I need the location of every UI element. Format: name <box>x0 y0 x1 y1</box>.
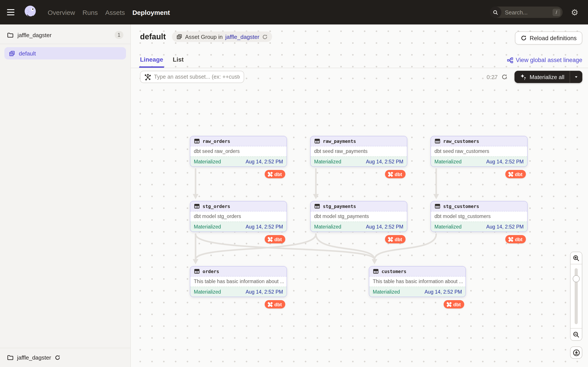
asset-node-footer: Materialized Aug 14, 2:52 PM <box>190 156 286 167</box>
search-input[interactable] <box>501 9 553 16</box>
graph-lineage-icon <box>507 57 513 63</box>
dbt-logo-icon <box>388 237 393 242</box>
asset-node-header: customers <box>369 267 466 276</box>
materialize-all-button-group: Materialize all <box>514 71 582 83</box>
zoom-in-icon <box>573 254 580 261</box>
asset-node[interactable]: stg_orders dbt model stg_orders Material… <box>190 201 287 232</box>
sidebar-item-default[interactable]: default <box>4 47 126 59</box>
global-search[interactable]: / <box>490 7 563 18</box>
folder-icon <box>7 354 14 361</box>
table-icon <box>194 138 200 144</box>
search-icon <box>490 7 501 18</box>
view-global-asset-lineage-link[interactable]: View global asset lineage <box>507 57 582 63</box>
asset-description: This table has basic information about .… <box>369 276 466 287</box>
asset-description: dbt seed raw_payments <box>311 146 407 156</box>
table-icon <box>373 268 379 274</box>
dbt-logo-icon <box>267 171 273 177</box>
breadcrumb-repo-link[interactable]: jaffle_dagster <box>225 33 259 40</box>
asset-node[interactable]: stg_payments dbt model stg_payments Mate… <box>310 201 407 232</box>
dagster-logo[interactable] <box>23 5 38 20</box>
breadcrumb: Asset Group in jaffle_dagster <box>172 32 272 42</box>
download-image-button[interactable] <box>570 346 582 359</box>
footer-repo-label: jaffle_dagster <box>17 354 51 361</box>
download-icon <box>572 349 580 356</box>
status-label: Materialized <box>194 289 221 294</box>
materialization-timestamp[interactable]: Aug 14, 2:52 PM <box>424 289 462 294</box>
materialization-timestamp[interactable]: Aug 14, 2:52 PM <box>366 159 403 164</box>
asset-node-footer: Materialized Aug 14, 2:52 PM <box>431 156 527 167</box>
asset-node-header: stg_customers <box>431 201 527 211</box>
hamburger-menu-icon[interactable] <box>7 7 17 17</box>
nav-item-assets[interactable]: Assets <box>105 8 125 16</box>
asset-subset-input[interactable] <box>154 74 240 80</box>
lineage-canvas[interactable]: 0:27 Materialize all <box>131 68 588 367</box>
zoom-out-button[interactable] <box>571 328 582 340</box>
asset-count-badge: 1 <box>115 31 123 39</box>
main-panel: default Asset Group in jaffle_dagster Re… <box>131 25 588 367</box>
asset-node[interactable]: orders This table has basic information … <box>190 266 287 297</box>
materialize-options-dropdown[interactable] <box>570 71 582 83</box>
dbt-logo-icon <box>508 171 513 177</box>
status-label: Materialized <box>434 159 462 164</box>
materialization-timestamp[interactable]: Aug 14, 2:52 PM <box>246 224 283 229</box>
asset-description: dbt model stg_customers <box>431 211 527 222</box>
asset-node-footer: Materialized Aug 14, 2:52 PM <box>311 222 407 232</box>
nav-links: Overview Runs Assets Deployment <box>48 8 170 16</box>
materialization-timestamp[interactable]: Aug 14, 2:52 PM <box>246 159 283 164</box>
asset-node[interactable]: raw_customers dbt seed raw_customers Mat… <box>431 136 528 167</box>
dbt-badge[interactable]: dbt <box>505 170 526 178</box>
zoom-panel <box>570 252 582 359</box>
sidebar: jaffle_dagster 1 default jaffle_dagster <box>0 25 131 367</box>
sidebar-group-jaffle-dagster[interactable]: jaffle_dagster 1 <box>0 26 130 44</box>
refresh-icon[interactable] <box>262 34 268 40</box>
gear-icon[interactable]: ⚙ <box>571 8 578 17</box>
materialization-timestamp[interactable]: Aug 14, 2:52 PM <box>366 224 403 229</box>
asset-node[interactable]: customers This table has basic informati… <box>369 266 466 297</box>
asset-description: dbt seed raw_customers <box>431 146 527 156</box>
sidebar-footer: jaffle_dagster <box>0 348 130 367</box>
sidebar-group-label: jaffle_dagster <box>17 32 111 38</box>
dbt-badge[interactable]: dbt <box>505 235 526 243</box>
materialize-all-button[interactable]: Materialize all <box>514 71 570 83</box>
nav-item-overview[interactable]: Overview <box>48 8 75 16</box>
tab-lineage[interactable]: Lineage <box>140 56 163 68</box>
nav-item-deployment[interactable]: Deployment <box>132 8 170 16</box>
asset-node[interactable]: stg_customers dbt model stg_customers Ma… <box>431 201 528 232</box>
dbt-badge[interactable]: dbt <box>444 300 464 309</box>
dbt-badge[interactable]: dbt <box>385 235 406 243</box>
materialization-timestamp[interactable]: Aug 14, 2:52 PM <box>486 224 524 229</box>
nav-item-runs[interactable]: Runs <box>82 8 98 16</box>
asset-description: This table has basic information about .… <box>190 276 286 287</box>
dbt-logo-icon <box>446 302 451 307</box>
dbt-badge[interactable]: dbt <box>265 235 285 243</box>
tab-list[interactable]: List <box>173 56 184 68</box>
asset-node-footer: Materialized Aug 14, 2:52 PM <box>311 156 407 167</box>
reload-definitions-button[interactable]: Reload definitions <box>515 32 582 45</box>
materialization-timestamp[interactable]: Aug 14, 2:52 PM <box>246 289 283 294</box>
asset-name: orders <box>203 269 219 274</box>
status-label: Materialized <box>314 159 341 164</box>
materialization-timestamp[interactable]: Aug 14, 2:52 PM <box>486 159 524 164</box>
tab-bar: Lineage List <box>140 56 184 68</box>
table-icon <box>314 203 320 209</box>
dbt-badge[interactable]: dbt <box>385 170 406 178</box>
refresh-timer: 0:27 <box>486 74 498 80</box>
table-icon <box>314 138 320 144</box>
zoom-in-button[interactable] <box>571 252 582 264</box>
zoom-slider[interactable] <box>571 264 582 328</box>
sidebar-item-label: default <box>19 50 36 57</box>
dbt-badge[interactable]: dbt <box>265 300 285 309</box>
asset-node-header: stg_orders <box>190 201 286 211</box>
asset-group-icon <box>176 34 182 40</box>
refresh-icon[interactable] <box>55 355 60 360</box>
refresh-icon[interactable] <box>501 74 507 80</box>
status-label: Materialized <box>434 224 462 229</box>
asset-node[interactable]: raw_payments dbt seed raw_payments Mater… <box>310 136 407 167</box>
dbt-logo-icon <box>388 171 393 177</box>
dbt-badge[interactable]: dbt <box>265 170 285 178</box>
dagster-app: Overview Runs Assets Deployment / ⚙ jaff… <box>0 0 588 367</box>
asset-node[interactable]: raw_orders dbt seed raw_orders Materiali… <box>190 136 287 167</box>
zoom-slider-handle[interactable] <box>573 275 580 282</box>
asset-node-header: orders <box>190 267 286 276</box>
status-label: Materialized <box>194 224 221 229</box>
